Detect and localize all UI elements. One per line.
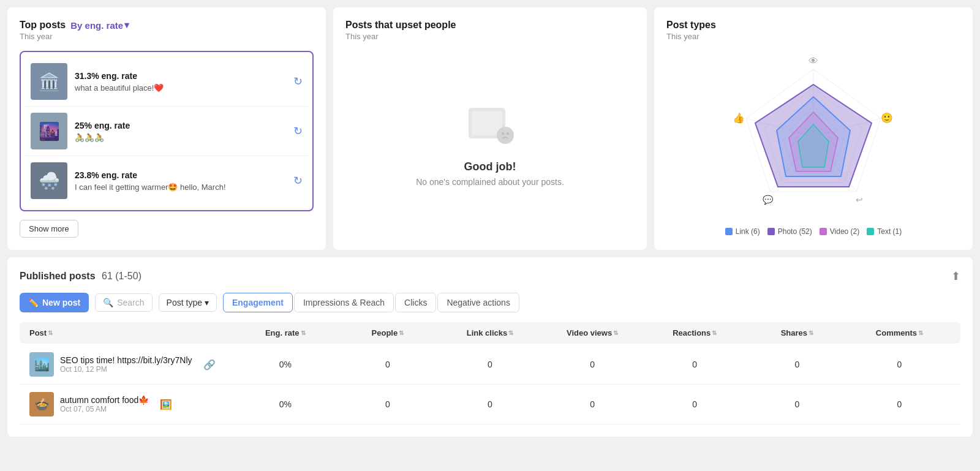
top-post-item-1: 🌆 25% eng. rate 🚴🚴🚴 ↻ — [26, 107, 307, 156]
svg-text:👁: 👁 — [809, 56, 818, 66]
top-posts-list: 🏛️ 31.3% eng. rate what a beautiful plac… — [20, 51, 314, 211]
toolbar: ✏️ New post 🔍 Search Post type ▾ Engagem… — [20, 293, 960, 312]
tab-engagement[interactable]: Engagement — [223, 293, 293, 312]
upset-good-label: Good job! — [464, 160, 516, 173]
svg-text:🙂: 🙂 — [881, 112, 893, 124]
published-header: Published posts 61 (1-50) ⬆ — [20, 269, 960, 283]
col-post[interactable]: Post ⇅ — [29, 328, 234, 337]
post-type-label: Post type — [167, 298, 202, 307]
refresh-icon-0[interactable]: ↻ — [293, 75, 303, 88]
radar-legend: Link (6) Photo (52) Video (2) Text (1) — [725, 227, 902, 236]
post-date-0: Oct 10, 12 PM — [60, 365, 192, 374]
upset-subtitle: This year — [345, 32, 378, 41]
post-type-icon-1: 🖼️ — [160, 399, 172, 410]
shares-1: 0 — [746, 399, 848, 409]
radar-chart-wrapper: 👁 🙂 ↩ 💬 👍 Link (6) — [666, 51, 960, 236]
post-types-card: Post types This year 👁 — [654, 7, 973, 250]
video-views-0: 0 — [541, 360, 644, 369]
post-caption-top-0: what a beautiful place!❤️ — [75, 83, 286, 92]
post-caption-top-1: 🚴🚴🚴 — [75, 133, 286, 142]
table-row: 🍲 autumn comfort food🍁 Oct 07, 05 AM 🖼️ … — [20, 385, 960, 424]
col-eng-rate[interactable]: Eng. rate ⇅ — [234, 328, 336, 337]
post-info-top-2: 23.8% eng. rate I can feel it getting wa… — [75, 170, 286, 192]
legend-label-photo: Photo (52) — [778, 227, 812, 236]
svg-point-2 — [497, 127, 514, 144]
eng-rate-0: 0% — [234, 360, 336, 369]
link-clicks-0: 0 — [439, 360, 541, 369]
post-title-0: SEO tips time! https://bit.ly/3ry7Nly — [60, 355, 192, 365]
people-1: 0 — [336, 399, 439, 409]
upset-title: Posts that upset people — [345, 20, 456, 31]
svg-text:💬: 💬 — [763, 195, 774, 205]
tab-clicks[interactable]: Clicks — [395, 293, 436, 312]
svg-point-4 — [507, 132, 509, 135]
tab-impressions[interactable]: Impressions & Reach — [294, 293, 394, 312]
comments-1: 0 — [848, 399, 951, 409]
tab-negative-actions[interactable]: Negative actions — [437, 293, 519, 312]
post-thumb-top-2: 🌨️ — [31, 162, 67, 199]
col-shares[interactable]: Shares ⇅ — [746, 328, 848, 337]
reactions-0: 0 — [644, 360, 746, 369]
legend-dot-photo — [767, 228, 775, 235]
refresh-icon-1[interactable]: ↻ — [293, 124, 303, 138]
post-eng-rate-top-0: 31.3% eng. rate — [75, 71, 286, 81]
post-info-top-0: 31.3% eng. rate what a beautiful place!❤… — [75, 71, 286, 92]
post-details-1: autumn comfort food🍁 Oct 07, 05 AM — [60, 395, 149, 413]
col-video-views[interactable]: Video views ⇅ — [541, 328, 644, 337]
post-eng-rate-top-2: 23.8% eng. rate — [75, 170, 286, 180]
legend-dot-video — [820, 228, 827, 235]
chevron-down-icon: ▾ — [124, 20, 129, 31]
post-type-icon-0: 🔗 — [203, 359, 216, 371]
post-title-1: autumn comfort food🍁 — [60, 395, 149, 405]
top-posts-filter[interactable]: By eng. rate ▾ — [70, 20, 129, 31]
new-post-label: New post — [42, 298, 80, 307]
post-cell-1: 🍲 autumn comfort food🍁 Oct 07, 05 AM 🖼️ — [29, 392, 234, 416]
post-thumb-top-0: 🏛️ — [31, 63, 67, 100]
table-header: Post ⇅ Eng. rate ⇅ People ⇅ Link clicks … — [20, 322, 960, 344]
upset-illustration — [466, 102, 514, 151]
legend-label-text: Text (1) — [877, 227, 902, 236]
refresh-icon-2[interactable]: ↻ — [293, 174, 303, 187]
video-views-1: 0 — [541, 399, 644, 409]
post-type-dropdown[interactable]: Post type ▾ — [159, 293, 217, 312]
new-post-button[interactable]: ✏️ New post — [20, 293, 89, 312]
col-link-clicks[interactable]: Link clicks ⇅ — [439, 328, 541, 337]
search-icon: 🔍 — [103, 298, 113, 307]
published-posts-section: Published posts 61 (1-50) ⬆ ✏️ New post … — [7, 257, 973, 437]
legend-link: Link (6) — [725, 227, 760, 236]
post-types-subtitle: This year — [666, 32, 960, 41]
legend-text: Text (1) — [867, 227, 902, 236]
top-posts-title: Top posts By eng. rate ▾ — [20, 20, 314, 31]
reactions-1: 0 — [644, 399, 746, 409]
chevron-down-icon: ▾ — [205, 298, 209, 307]
top-posts-title-text: Top posts — [20, 20, 66, 31]
post-details-0: SEO tips time! https://bit.ly/3ry7Nly Oc… — [60, 355, 192, 374]
show-more-button[interactable]: Show more — [20, 220, 78, 238]
link-clicks-1: 0 — [439, 399, 541, 409]
shares-0: 0 — [746, 360, 848, 369]
comments-0: 0 — [848, 360, 951, 369]
legend-dot-link — [725, 228, 733, 235]
export-icon[interactable]: ⬆ — [951, 269, 960, 283]
radar-chart: 👁 🙂 ↩ 💬 👍 — [722, 51, 905, 222]
tab-group: Engagement Impressions & Reach Clicks Ne… — [223, 293, 519, 312]
post-thumb-1: 🍲 — [29, 392, 54, 416]
col-people[interactable]: People ⇅ — [336, 328, 439, 337]
published-posts-label: Published posts — [20, 271, 96, 281]
legend-label-video: Video (2) — [830, 227, 859, 236]
search-box[interactable]: 🔍 Search — [95, 293, 152, 312]
top-post-item-0: 🏛️ 31.3% eng. rate what a beautiful plac… — [26, 57, 307, 107]
col-comments[interactable]: Comments ⇅ — [848, 328, 951, 337]
top-posts-subtitle: This year — [20, 32, 314, 41]
top-post-item-2: 🌨️ 23.8% eng. rate I can feel it getting… — [26, 156, 307, 205]
eng-rate-1: 0% — [234, 399, 336, 409]
post-types-title: Post types — [666, 20, 960, 31]
post-cell-0: 🏙️ SEO tips time! https://bit.ly/3ry7Nly… — [29, 352, 234, 377]
upset-empty-state: Good job! No one's complained about your… — [345, 51, 635, 238]
col-reactions[interactable]: Reactions ⇅ — [644, 328, 746, 337]
post-info-top-1: 25% eng. rate 🚴🚴🚴 — [75, 121, 286, 142]
post-thumb-0: 🏙️ — [29, 352, 54, 377]
svg-text:↩: ↩ — [856, 195, 863, 205]
pencil-icon: ✏️ — [28, 298, 39, 307]
upset-card: Posts that upset people This year Good j… — [333, 7, 647, 250]
